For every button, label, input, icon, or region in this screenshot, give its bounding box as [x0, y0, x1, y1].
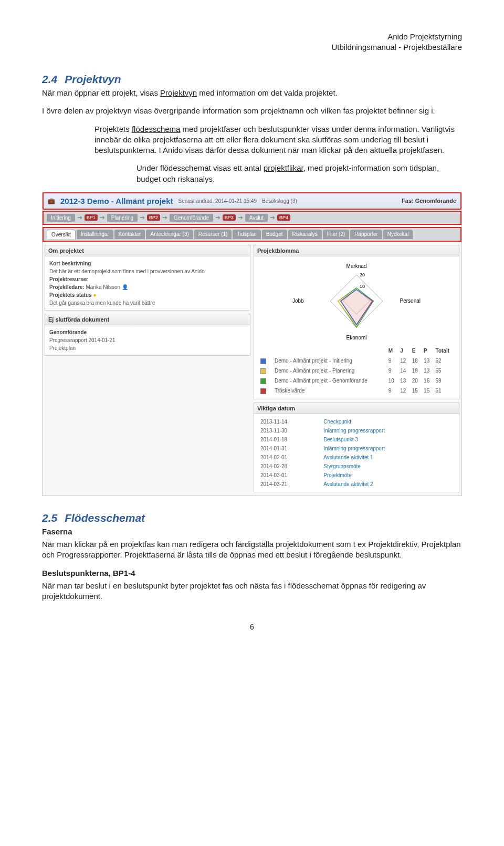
page-header: Anido Projektstyrning Utbildningsmanual … [42, 32, 462, 52]
tab-kontakter[interactable]: Kontakter [114, 230, 145, 239]
arrow-icon: ➔ [162, 214, 167, 221]
last-changed: Senast ändrad: 2014-01-21 15:49 [178, 198, 257, 204]
panel-about-title: Om projektet [45, 245, 250, 256]
panel-dates-title: Viktiga datum [254, 403, 459, 414]
radar-chart: Marknad Personal Ekonomi Jobb 20 10 [254, 256, 459, 343]
project-tabs: Översikt Inställningar Kontakter Anteckn… [43, 227, 461, 242]
tab-anteckningar[interactable]: Anteckningar (3) [146, 230, 193, 239]
tab-tidsplan[interactable]: Tidsplan [233, 230, 260, 239]
date-row: 2014-02-28Styrgruppsmöte [258, 462, 455, 471]
s2-h2: Beslutspunkterna, BP1-4 [42, 568, 462, 579]
status-dot-icon: ● [93, 292, 96, 298]
tab-rapporter[interactable]: Rapporter [350, 230, 382, 239]
date-row: 2014-01-31Inlämning progressrapport [258, 444, 455, 453]
svg-text:Marknad: Marknad [346, 263, 367, 269]
panel-docs-title: Ej slutförda dokument [45, 314, 250, 325]
tab-resurser[interactable]: Resurser (1) [194, 230, 232, 239]
arrow-icon: ➔ [238, 214, 243, 221]
person-icon: 👤 [122, 284, 128, 290]
date-row: 2013-11-14Checkpunkt [258, 417, 455, 426]
arrow-icon: ➔ [215, 214, 220, 221]
header-line-2: Utbildningsmanual - Projektbeställare [42, 42, 462, 53]
bp2[interactable]: BP2 [147, 214, 160, 221]
s2-p1: När man klickar på en projektfas kan man… [42, 539, 462, 561]
visit-log[interactable]: Besökslogg (3) [262, 198, 297, 204]
header-line-1: Anido Projektstyrning [42, 32, 462, 42]
svg-text:Personal: Personal [400, 298, 421, 304]
panel-projektblomma: Projektblomma Marknad [254, 245, 459, 399]
project-titlebar: 💼 2012-3 Demo - Allmänt projekt Senast ä… [43, 192, 461, 210]
projektvyn-screenshot: 💼 2012-3 Demo - Allmänt projekt Senast ä… [42, 192, 462, 496]
arrow-icon: ➔ [140, 214, 145, 221]
s1-p3: Projektets flödesschema med projektfaser… [94, 124, 462, 156]
bp3[interactable]: BP3 [223, 214, 236, 221]
s1-p2: I övre delen av projektvyn visas övergri… [42, 106, 462, 116]
bp1[interactable]: BP1 [85, 214, 98, 221]
page-number: 6 [42, 623, 462, 631]
svg-text:10: 10 [360, 284, 365, 289]
tab-nyckeltal[interactable]: Nyckeltal [383, 230, 413, 239]
arrow-icon: ➔ [100, 214, 105, 221]
legend-row: Demo - Allmänt projekt - Planering914191… [258, 366, 455, 376]
legend-row: Tröskelvärde912151551 [258, 386, 455, 396]
tab-installningar[interactable]: Inställningar [77, 230, 113, 239]
section-2-5-heading: 2.5Flödesschemat [42, 512, 462, 524]
s1-p4: Under flödesschemat visas ett antal proj… [136, 163, 462, 184]
svg-text:20: 20 [360, 272, 365, 277]
bp4[interactable]: BP4 [277, 214, 290, 221]
tab-oversikt[interactable]: Översikt [47, 230, 76, 239]
s2-p2: När man tar beslut i en beslutspunkt byt… [42, 581, 462, 602]
phase-planering[interactable]: Planering [107, 214, 138, 222]
phase-initiering[interactable]: Initiering [47, 214, 75, 222]
date-row: 2014-03-01Projektmöte [258, 471, 455, 480]
briefcase-icon: 💼 [48, 198, 55, 204]
panel-about: Om projektet Kort beskrivning Det här är… [45, 245, 250, 311]
date-row: 2014-01-18Beslutspunkt 3 [258, 435, 455, 444]
flow-diagram: Initiering➔ BP1➔ Planering➔ BP2➔ Genomfö… [43, 211, 461, 225]
panel-blom-title: Projektblomma [254, 245, 459, 256]
s2-h1: Faserna [42, 527, 462, 537]
phase-avslut[interactable]: Avslut [245, 214, 268, 222]
date-row: 2013-11-30Inlämning progressrapport [258, 426, 455, 435]
tab-budget[interactable]: Budget [262, 230, 287, 239]
svg-text:Ekonomi: Ekonomi [346, 335, 367, 341]
phase-genomforande[interactable]: Genomförande [170, 214, 213, 222]
project-name: 2012-3 Demo - Allmänt projekt [60, 197, 173, 205]
radar-legend-table: M J E P Totalt Demo - Allmänt projekt - … [258, 346, 455, 396]
current-phase: Fas: Genomförande [402, 198, 456, 204]
legend-row: Demo - Allmänt projekt - Initiering91218… [258, 356, 455, 366]
svg-marker-2 [341, 290, 372, 325]
dates-table: 2013-11-14Checkpunkt 2013-11-30Inlämning… [258, 417, 455, 489]
tab-filer[interactable]: Filer (2) [323, 230, 349, 239]
legend-row: Demo - Allmänt projekt - Genomförande101… [258, 376, 455, 386]
panel-dates: Viktiga datum 2013-11-14Checkpunkt 2013-… [254, 403, 459, 492]
section-2-4-heading: 2.4Projektvyn [42, 73, 462, 86]
arrow-icon: ➔ [270, 214, 275, 221]
date-row: 2014-02-01Avslutande aktivitet 1 [258, 453, 455, 462]
arrow-icon: ➔ [77, 214, 82, 221]
s1-p1: När man öppnar ett projekt, visas Projek… [42, 88, 462, 98]
date-row: 2014-03-21Avslutande aktivitet 2 [258, 480, 455, 489]
svg-text:Jobb: Jobb [292, 298, 304, 304]
tab-riskanalys[interactable]: Riskanalys [288, 230, 322, 239]
panel-docs: Ej slutförda dokument Genomförande Progr… [45, 314, 250, 356]
